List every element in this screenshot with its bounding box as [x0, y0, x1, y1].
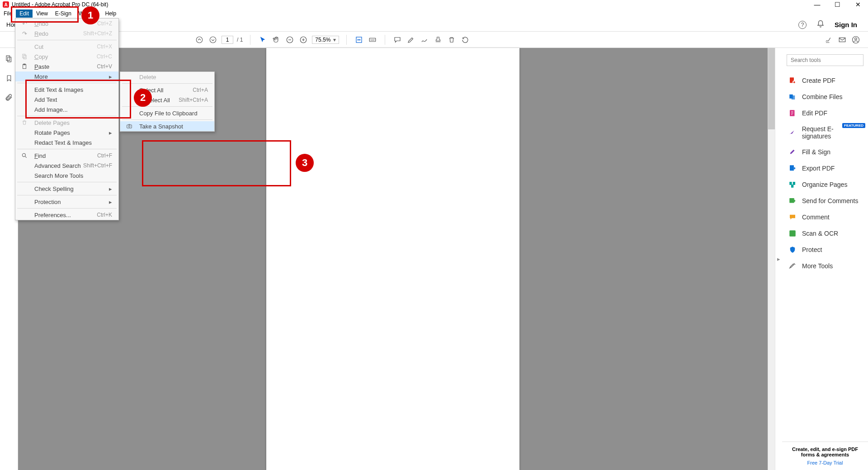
profile-icon[interactable] — [851, 35, 861, 45]
tool-fill-sign[interactable]: Fill & Sign — [782, 144, 868, 160]
menu-search-more-tools[interactable]: Search More Tools — [15, 171, 118, 180]
sign-in-button[interactable]: Sign In — [835, 21, 857, 28]
mi-label: Add Image... — [34, 106, 68, 113]
close-button[interactable]: ✕ — [848, 0, 868, 9]
sign-icon[interactable] — [824, 35, 834, 45]
search-tools-input[interactable] — [787, 54, 863, 66]
mi-label: Add Text — [34, 96, 57, 103]
menu-add-image[interactable]: Add Image... — [15, 104, 118, 114]
free-trial-link[interactable]: Free 7-Day Trial — [786, 460, 864, 465]
collapse-right-panel-button[interactable]: ▸ — [775, 48, 782, 470]
menu-advanced-search[interactable]: Advanced SearchShift+Ctrl+F — [15, 161, 118, 171]
tool-send-comments[interactable]: Send for Comments — [782, 193, 868, 209]
svg-point-26 — [22, 153, 25, 157]
menu-add-text[interactable]: Add Text — [15, 95, 118, 104]
menu-rotate-pages[interactable]: Rotate Pages▸ — [15, 128, 118, 138]
menu-redo[interactable]: ↷RedoShift+Ctrl+Z — [15, 28, 118, 38]
minimize-button[interactable]: — — [807, 0, 827, 9]
svg-rect-22 — [23, 54, 25, 58]
menu-help[interactable]: Help — [102, 9, 120, 18]
stamp-icon[interactable] — [433, 35, 443, 45]
tool-request-esignatures[interactable]: Request E-signaturesFEATURED — [782, 121, 868, 144]
menu-check-spelling[interactable]: Check Spelling▸ — [15, 184, 118, 194]
svg-rect-17 — [789, 182, 792, 185]
paste-icon — [21, 63, 28, 70]
tool-comment[interactable]: Comment — [782, 209, 868, 225]
fit-width-icon[interactable] — [354, 35, 364, 45]
tool-export-pdf[interactable]: Export PDF — [782, 160, 868, 176]
share-email-icon[interactable] — [837, 35, 847, 45]
notification-bell-icon[interactable] — [816, 20, 825, 29]
menu-view[interactable]: View — [33, 9, 52, 18]
mi-label: Find — [34, 152, 46, 159]
maximize-button[interactable]: ☐ — [827, 0, 848, 9]
menu-redact[interactable]: Redact Text & Images — [15, 138, 118, 147]
menu-paste[interactable]: PasteCtrl+V — [15, 62, 118, 71]
tabs-row: Home Tools ? Sign In — [0, 18, 868, 32]
hand-tool-icon[interactable] — [271, 35, 281, 45]
menu-undo[interactable]: ↶UndoCtrl+Z — [15, 19, 118, 28]
menu-copy[interactable]: CopyCtrl+C — [15, 52, 118, 62]
comment-icon[interactable] — [392, 35, 402, 45]
highlight-icon[interactable] — [406, 35, 416, 45]
menu-more[interactable]: More▸ — [15, 71, 118, 81]
shortcut: Ctrl+K — [97, 212, 112, 218]
chevron-down-icon: ▾ — [333, 37, 336, 43]
annotation-badge-1: 1 — [81, 6, 99, 24]
tool-more-tools[interactable]: More Tools — [782, 258, 868, 274]
tool-combine-files[interactable]: Combine Files — [782, 89, 868, 105]
vertical-scrollbar[interactable] — [768, 48, 775, 470]
rotate-icon[interactable] — [460, 35, 470, 45]
menu-edit-text-images[interactable]: Edit Text & Images — [15, 85, 118, 95]
delete-icon[interactable] — [447, 35, 457, 45]
tool-scan-ocr[interactable]: Scan & OCR — [782, 225, 868, 242]
tool-edit-pdf[interactable]: Edit PDF — [782, 105, 868, 121]
mi-label: Delete Pages — [34, 119, 70, 126]
tool-protect[interactable]: Protect — [782, 242, 868, 258]
tool-organize-pages[interactable]: Organize Pages — [782, 176, 868, 193]
svg-rect-14 — [792, 95, 795, 100]
mi-label: Copy — [34, 53, 48, 60]
title-bar: A Untitled - Adobe Acrobat Pro DC (64-bi… — [0, 0, 868, 9]
help-icon[interactable]: ? — [798, 21, 807, 29]
submenu-delete[interactable]: Delete — [120, 72, 214, 82]
zoom-out-icon[interactable] — [285, 35, 295, 45]
menu-edit[interactable]: Edit — [16, 9, 33, 18]
edit-menu-dropdown: ↶UndoCtrl+Z ↷RedoShift+Ctrl+Z CutCtrl+X … — [15, 18, 119, 220]
shortcut: Shift+Ctrl+A — [179, 97, 208, 103]
keyboard-icon[interactable] — [368, 35, 377, 45]
menu-cut[interactable]: CutCtrl+X — [15, 42, 118, 52]
tool-label: Fill & Sign — [802, 148, 830, 156]
tool-label: Scan & OCR — [802, 230, 838, 237]
app-logo-icon: A — [3, 1, 9, 8]
submenu-copy-file-clipboard[interactable]: Copy File to Clipboard — [120, 108, 214, 118]
mi-label: Paste — [34, 63, 49, 70]
tool-label: Organize Pages — [802, 181, 847, 188]
attachments-icon[interactable] — [5, 94, 13, 103]
menu-delete-pages[interactable]: Delete Pages — [15, 118, 118, 128]
bookmarks-icon[interactable] — [5, 74, 13, 84]
select-tool-icon[interactable] — [258, 35, 268, 45]
page-up-icon[interactable] — [194, 35, 204, 45]
zoom-in-icon[interactable] — [298, 35, 308, 45]
chevron-right-icon: ▸ — [109, 199, 112, 205]
shortcut: Ctrl+F — [97, 152, 112, 159]
tool-create-pdf[interactable]: Create PDF — [782, 72, 868, 89]
shortcut: Ctrl+Z — [97, 20, 112, 27]
menu-find[interactable]: FindCtrl+F — [15, 151, 118, 161]
chevron-right-icon: ▸ — [109, 185, 112, 192]
menu-esign[interactable]: E-Sign — [52, 9, 75, 18]
page-down-icon[interactable] — [208, 35, 218, 45]
submenu-take-snapshot[interactable]: Take a Snapshot — [120, 121, 214, 131]
zoom-dropdown[interactable]: 75.5%▾ — [312, 36, 339, 44]
draw-icon[interactable] — [420, 35, 429, 45]
annotation-badge-3: 3 — [296, 154, 314, 172]
tool-label: Export PDF — [802, 165, 835, 172]
copy-icon — [21, 53, 28, 60]
menu-preferences[interactable]: Preferences...Ctrl+K — [15, 210, 118, 220]
zoom-value: 75.5% — [315, 37, 330, 43]
page-number-input[interactable] — [222, 36, 233, 44]
menu-file[interactable]: File — [0, 9, 16, 18]
thumbnails-icon[interactable] — [5, 55, 13, 64]
menu-protection[interactable]: Protection▸ — [15, 197, 118, 207]
